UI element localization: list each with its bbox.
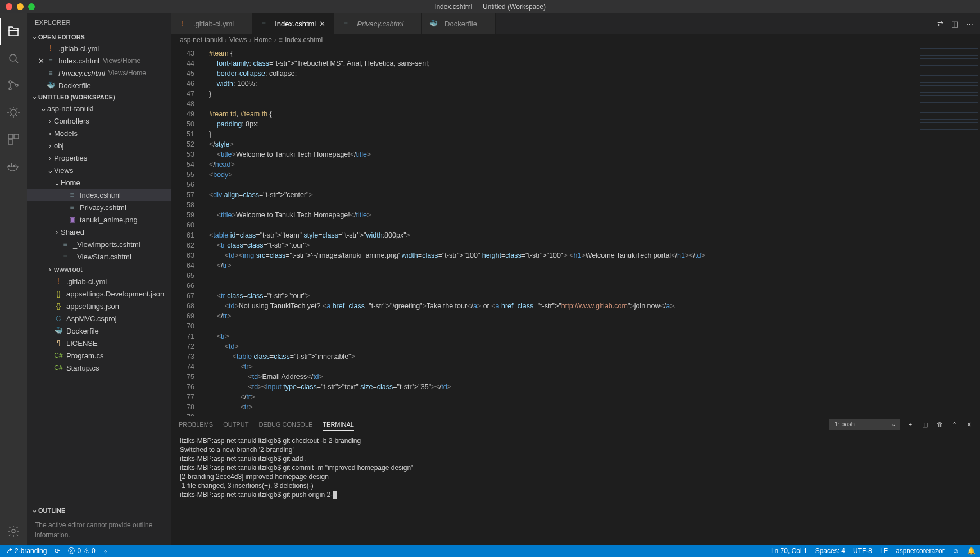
minimap[interactable] <box>918 46 980 416</box>
tab-label: Privacy.cshtml <box>357 20 403 28</box>
tree-file[interactable]: ≡Privacy.cshtml <box>27 201 171 213</box>
compare-changes-icon[interactable]: ⇄ <box>937 20 943 28</box>
tree-file[interactable]: {}appsettings.json <box>27 300 171 312</box>
editor-tab[interactable]: !.gitlab-ci.yml <box>171 13 252 34</box>
tab-label: .gitlab-ci.yml <box>193 20 234 28</box>
tree-file[interactable]: !.gitlab-ci.yml <box>27 275 171 287</box>
tree-folder[interactable]: ⌄Home <box>27 176 171 189</box>
tree-folder[interactable]: ⌄asp-net-tanuki <box>27 102 171 115</box>
tree-file[interactable]: ≡_ViewStart.cshtml <box>27 250 171 263</box>
close-icon[interactable]: ✕ <box>36 57 46 65</box>
tree-file[interactable]: ≡_ViewImports.cshtml <box>27 238 171 250</box>
open-editors-header[interactable]: ⌄ OPEN EDITORS <box>27 31 171 42</box>
tree-folder[interactable]: ›obj <box>27 139 171 152</box>
status-problems[interactable]: ⓧ 0 ⚠ 0 <box>68 546 95 556</box>
panel-tab-terminal[interactable]: TERMINAL <box>323 419 354 431</box>
open-editor-item[interactable]: ≡Privacy.cshtmlViews/Home <box>27 67 171 79</box>
status-eol[interactable]: LF <box>880 547 888 555</box>
source-control-icon[interactable] <box>0 72 27 99</box>
terminal-selector[interactable]: 1: bash <box>829 419 900 430</box>
split-editor-icon[interactable]: ◫ <box>951 20 958 28</box>
outline-header[interactable]: ⌄ OUTLINE <box>27 505 171 515</box>
docker-icon[interactable] <box>0 153 27 180</box>
panel-tab-output[interactable]: OUTPUT <box>223 419 248 430</box>
explorer-icon[interactable] <box>0 18 27 45</box>
panel-tab-problems[interactable]: PROBLEMS <box>179 419 213 430</box>
extensions-icon[interactable] <box>0 126 27 153</box>
tree-item-label: _ViewStart.cshtml <box>73 253 131 261</box>
status-feedback-icon[interactable]: ☺ <box>952 547 959 555</box>
close-window-icon[interactable] <box>6 3 12 10</box>
svg-rect-11 <box>11 163 12 165</box>
editor-tab[interactable]: ≡Index.cshtml✕ <box>252 13 334 34</box>
svg-point-2 <box>9 88 11 90</box>
tree-folder[interactable]: ›Controllers <box>27 115 171 127</box>
debug-icon[interactable] <box>0 99 27 126</box>
file-name: .gitlab-ci.yml <box>58 44 99 53</box>
tree-file[interactable]: 🐳Dockerfile <box>27 325 171 337</box>
tree-file[interactable]: ¶LICENSE <box>27 337 171 349</box>
workspace-header[interactable]: ⌄ UNTITLED (WORKSPACE) <box>27 92 171 102</box>
status-notifications-icon[interactable]: 🔔 <box>967 547 976 555</box>
tree-folder[interactable]: ›Properties <box>27 152 171 164</box>
tree-item-label: Startup.cs <box>66 364 99 372</box>
status-encoding[interactable]: UTF-8 <box>853 547 872 555</box>
breadcrumb[interactable]: asp-net-tanuki›Views›Home›≡ Index.cshtml <box>171 34 980 46</box>
file-path: Views/Home <box>108 69 146 77</box>
code-editor[interactable]: #team { font-family: class="t-str">"Treb… <box>201 46 918 416</box>
kill-terminal-icon[interactable]: 🗑 <box>935 421 944 428</box>
status-cursor-position[interactable]: Ln 70, Col 1 <box>771 547 807 555</box>
svg-point-1 <box>9 81 11 83</box>
file-icon: ! <box>46 44 55 53</box>
file-icon: ≡ <box>67 203 76 212</box>
tree-folder[interactable]: ›Models <box>27 127 171 139</box>
tree-folder[interactable]: ⌄Views <box>27 164 171 176</box>
open-editor-item[interactable]: !.gitlab-ci.yml <box>27 42 171 54</box>
chevron-icon: › <box>46 129 54 138</box>
breadcrumb-item[interactable]: asp-net-tanuki <box>180 36 223 44</box>
outline-message: The active editor cannot provide outline… <box>27 515 171 545</box>
tree-item-label: Privacy.cshtml <box>80 203 126 212</box>
minimize-window-icon[interactable] <box>17 3 24 10</box>
status-sync[interactable]: ⟳ <box>55 547 60 555</box>
maximize-panel-icon[interactable]: ⌃ <box>950 421 959 428</box>
line-number-gutter: 4344454647484950515253545556575859606162… <box>171 46 201 416</box>
breadcrumb-item[interactable]: Home <box>254 36 272 44</box>
tree-file[interactable]: ▣tanuki_anime.png <box>27 213 171 226</box>
file-icon: {} <box>54 289 63 298</box>
file-path: Views/Home <box>103 57 140 65</box>
tab-label: Index.cshtml <box>275 20 316 28</box>
split-terminal-icon[interactable]: ◫ <box>920 421 929 428</box>
chevron-down-icon: ⌄ <box>30 33 38 40</box>
panel-tab-debug-console[interactable]: DEBUG CONSOLE <box>258 419 312 430</box>
tree-file[interactable]: C#Startup.cs <box>27 362 171 374</box>
tree-folder[interactable]: ›Shared <box>27 226 171 238</box>
close-icon[interactable]: ✕ <box>319 20 327 28</box>
tree-folder[interactable]: ›wwwroot <box>27 263 171 275</box>
status-indentation[interactable]: Spaces: 4 <box>815 547 845 555</box>
editor-tab[interactable]: 🐳Dockerfile <box>422 13 496 34</box>
breadcrumb-item[interactable]: Views <box>229 36 247 44</box>
tree-item-label: Index.cshtml <box>80 191 121 199</box>
tree-file[interactable]: ⬡AspMVC.csproj <box>27 312 171 325</box>
editor-tab[interactable]: ≡Privacy.cshtml <box>334 13 422 34</box>
search-icon[interactable] <box>0 45 27 72</box>
status-live-share-icon[interactable]: ⬨ <box>103 547 107 555</box>
close-panel-icon[interactable]: ✕ <box>964 421 973 428</box>
tree-file[interactable]: ≡Index.cshtml <box>27 189 171 201</box>
terminal[interactable]: itziks-MBP:asp-net-tanuki itzikgb$ git c… <box>171 433 980 545</box>
tree-file[interactable]: C#Program.cs <box>27 349 171 362</box>
status-language[interactable]: aspnetcorerazor <box>896 547 945 555</box>
settings-gear-icon[interactable] <box>0 518 27 545</box>
tree-file[interactable]: {}appsettings.Development.json <box>27 287 171 300</box>
new-terminal-icon[interactable]: + <box>906 421 915 428</box>
maximize-window-icon[interactable] <box>28 3 35 10</box>
more-actions-icon[interactable]: ⋯ <box>966 20 973 28</box>
chevron-icon: › <box>46 117 54 125</box>
open-editor-item[interactable]: 🐳Dockerfile <box>27 79 171 92</box>
status-branch[interactable]: ⎇ 2-branding <box>4 547 47 555</box>
breadcrumb-item[interactable]: Index.cshtml <box>285 36 323 44</box>
file-icon: ≡ <box>341 19 350 28</box>
file-icon: ≡ <box>67 190 76 199</box>
open-editor-item[interactable]: ✕≡Index.cshtmlViews/Home <box>27 54 171 67</box>
